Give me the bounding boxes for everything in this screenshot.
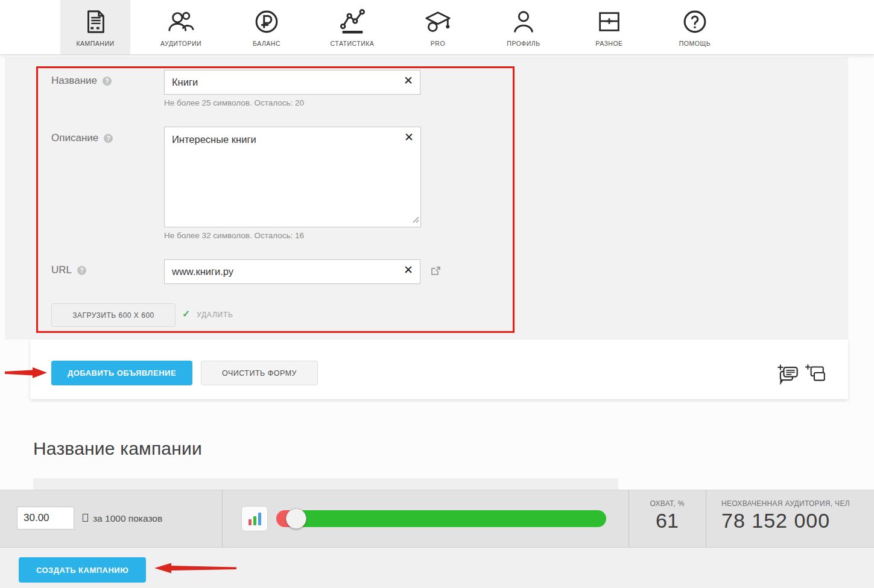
ad-form-panel: [5, 57, 848, 340]
price-input[interactable]: [17, 507, 74, 530]
nav-label: PRO: [431, 40, 445, 47]
nav-item-audiences[interactable]: АУДИТОРИИ: [146, 0, 216, 54]
nav-label: БАЛАНС: [253, 40, 280, 47]
description-textarea[interactable]: Интересные книги: [164, 127, 421, 227]
name-hint: Не более 25 символов. Осталось: 20: [164, 98, 304, 107]
url-input[interactable]: [164, 259, 420, 284]
nav-item-misc[interactable]: РАЗНОЕ: [574, 0, 644, 54]
description-hint: Не более 32 символов. Осталось: 16: [164, 231, 304, 240]
url-field-label: URL ?: [51, 264, 86, 276]
help-badge-icon[interactable]: ?: [104, 134, 113, 143]
misc-window-icon: [595, 8, 623, 36]
clear-form-button[interactable]: ОЧИСТИТЬ ФОРМУ: [201, 361, 318, 385]
price-slider-handle[interactable]: [286, 508, 306, 529]
currency-missing-glyph-icon: [83, 514, 88, 522]
nav-item-profile[interactable]: ПРОФИЛЬ: [489, 0, 559, 54]
campaigns-icon: [81, 8, 109, 36]
campaign-name-heading: Название кампании: [33, 438, 202, 459]
annotation-arrow-add-ad: [5, 366, 48, 382]
create-campaign-button[interactable]: СОЗДАТЬ КАМПАНИЮ: [19, 557, 146, 583]
statistics-icon: [338, 8, 366, 36]
description-field-label: Описание ?: [51, 132, 113, 144]
audiences-icon: [167, 8, 195, 36]
name-field-label: Название ?: [51, 75, 112, 87]
resize-grip-icon[interactable]: [413, 215, 419, 226]
clear-url-icon[interactable]: ✕: [404, 264, 413, 276]
nav-label: РАЗНОЕ: [595, 40, 622, 47]
unreached-audience-value: 78 152 000: [721, 509, 830, 533]
clear-description-icon[interactable]: ✕: [404, 131, 414, 143]
add-image-ad-icon[interactable]: [803, 362, 826, 387]
coverage-chart-toggle-button[interactable]: [241, 506, 268, 531]
nav-item-campaigns[interactable]: КАМПАНИИ: [60, 0, 130, 54]
nav-label: КАМПАНИИ: [76, 40, 114, 47]
unreached-audience-label: НЕОХВАЧЕННАЯ АУДИТОРИЯ, ЧЕЛ: [721, 499, 850, 508]
pro-graduation-icon: [424, 8, 452, 36]
help-badge-icon[interactable]: ?: [77, 266, 86, 275]
name-input[interactable]: [164, 70, 420, 95]
clear-name-icon[interactable]: ✕: [404, 75, 413, 86]
add-text-ad-icon[interactable]: [775, 361, 799, 387]
annotation-arrow-create-campaign: [154, 562, 236, 577]
per-thousand-impressions-label: за 1000 показов: [93, 513, 162, 524]
upload-image-button[interactable]: ЗАГРУЗИТЬ 600 X 600: [51, 303, 176, 327]
nav-label: ПОМОЩЬ: [679, 40, 711, 47]
price-input-wrap: [17, 507, 74, 530]
campaign-collapsed-bar[interactable]: [33, 478, 618, 490]
open-url-external-icon[interactable]: [431, 266, 441, 279]
description-input-wrap: Интересные книги ✕: [164, 127, 421, 227]
help-icon: [681, 8, 709, 36]
mini-bar-green: [253, 516, 256, 525]
check-icon: ✓: [182, 308, 190, 320]
add-ad-button[interactable]: ДОБАВИТЬ ОБЪЯВЛЕНИЕ: [51, 361, 192, 385]
nav-label: АУДИТОРИИ: [160, 40, 201, 47]
divider: [706, 490, 706, 548]
profile-icon: [510, 8, 537, 36]
reach-value: 61: [629, 509, 706, 533]
url-input-wrap: ✕: [164, 259, 420, 284]
reach-label: ОХВАТ, %: [629, 499, 706, 508]
mini-bar-red: [249, 519, 252, 525]
balance-ruble-icon: [253, 8, 280, 36]
nav-label: СТАТИСТИКА: [331, 40, 375, 47]
divider: [222, 490, 223, 548]
nav-item-pro[interactable]: PRO: [403, 0, 473, 54]
nav-label: ПРОФИЛЬ: [507, 40, 540, 47]
price-slider-track[interactable]: [276, 510, 606, 527]
nav-item-help[interactable]: ПОМОЩЬ: [660, 0, 730, 54]
nav-item-balance[interactable]: БАЛАНС: [232, 0, 302, 54]
nav-item-statistics[interactable]: СТАТИСТИКА: [317, 0, 387, 54]
top-navigation: КАМПАНИИ АУДИТОРИИ БАЛАНС: [0, 0, 874, 55]
name-input-wrap: ✕: [164, 70, 420, 95]
help-badge-icon[interactable]: ?: [103, 77, 112, 86]
delete-image-button[interactable]: УДАЛИТЬ: [197, 311, 233, 319]
mini-bar-blue: [258, 513, 261, 525]
slider-green-segment: [303, 510, 606, 527]
